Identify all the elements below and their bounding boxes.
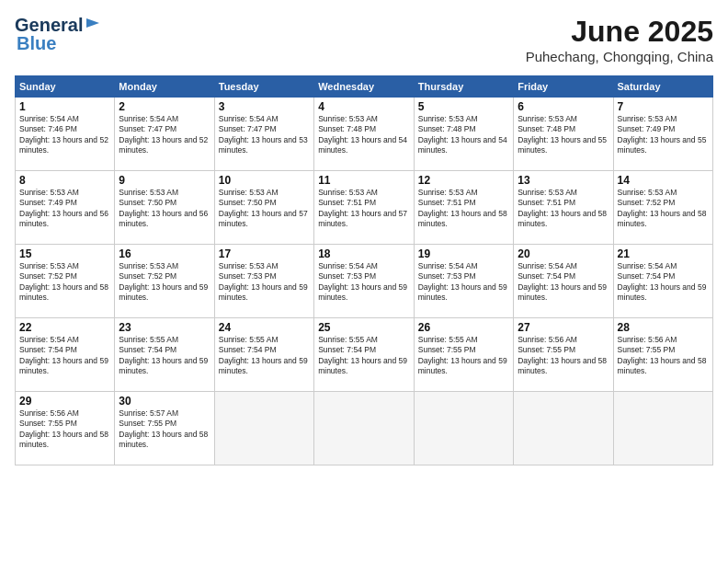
day-info: Sunrise: 5:56 AM Sunset: 7:55 PM Dayligh…	[618, 335, 710, 377]
table-row: 29 Sunrise: 5:56 AM Sunset: 7:55 PM Dayl…	[16, 392, 115, 465]
day-info: Sunrise: 5:54 AM Sunset: 7:47 PM Dayligh…	[219, 114, 310, 156]
day-info: Sunrise: 5:53 AM Sunset: 7:50 PM Dayligh…	[219, 188, 310, 230]
day-number: 14	[618, 174, 710, 187]
day-number: 24	[219, 321, 310, 334]
day-number: 21	[618, 247, 710, 260]
day-info: Sunrise: 5:53 AM Sunset: 7:48 PM Dayligh…	[518, 114, 609, 156]
day-info: Sunrise: 5:54 AM Sunset: 7:47 PM Dayligh…	[119, 114, 210, 156]
day-number: 22	[19, 321, 110, 334]
table-row: 20 Sunrise: 5:54 AM Sunset: 7:54 PM Dayl…	[514, 245, 613, 318]
table-row: 24 Sunrise: 5:55 AM Sunset: 7:54 PM Dayl…	[214, 318, 313, 392]
table-row: 2 Sunrise: 5:54 AM Sunset: 7:47 PM Dayli…	[115, 98, 214, 171]
col-thursday: Thursday	[414, 76, 513, 98]
day-info: Sunrise: 5:54 AM Sunset: 7:53 PM Dayligh…	[318, 261, 410, 304]
day-number: 4	[318, 100, 410, 113]
day-info: Sunrise: 5:53 AM Sunset: 7:53 PM Dayligh…	[219, 261, 310, 304]
calendar-table: Sunday Monday Tuesday Wednesday Thursday…	[15, 75, 713, 465]
day-info: Sunrise: 5:53 AM Sunset: 7:49 PM Dayligh…	[19, 188, 110, 230]
col-wednesday: Wednesday	[314, 76, 415, 98]
page-header: General Blue June 2025 Puhechang, Chongq…	[15, 15, 713, 64]
col-saturday: Saturday	[613, 76, 713, 98]
logo-blue: Blue	[17, 33, 56, 53]
day-number: 30	[119, 395, 210, 408]
day-info: Sunrise: 5:53 AM Sunset: 7:51 PM Dayligh…	[418, 188, 509, 230]
day-info: Sunrise: 5:53 AM Sunset: 7:50 PM Dayligh…	[119, 188, 210, 230]
day-number: 26	[418, 321, 509, 334]
table-row: 15 Sunrise: 5:53 AM Sunset: 7:52 PM Dayl…	[16, 245, 115, 318]
day-info: Sunrise: 5:56 AM Sunset: 7:55 PM Dayligh…	[19, 408, 110, 451]
day-number: 25	[318, 321, 410, 334]
day-info: Sunrise: 5:55 AM Sunset: 7:55 PM Dayligh…	[418, 335, 509, 377]
table-row: 26 Sunrise: 5:55 AM Sunset: 7:55 PM Dayl…	[414, 318, 513, 392]
day-info: Sunrise: 5:53 AM Sunset: 7:52 PM Dayligh…	[119, 261, 210, 304]
calendar-week-1: 1 Sunrise: 5:54 AM Sunset: 7:46 PM Dayli…	[16, 98, 713, 171]
table-row: 21 Sunrise: 5:54 AM Sunset: 7:54 PM Dayl…	[613, 245, 713, 318]
table-row	[514, 392, 613, 465]
table-row: 18 Sunrise: 5:54 AM Sunset: 7:53 PM Dayl…	[314, 245, 415, 318]
location: Puhechang, Chongqing, China	[526, 49, 713, 64]
day-info: Sunrise: 5:53 AM Sunset: 7:52 PM Dayligh…	[618, 188, 710, 230]
calendar-week-4: 22 Sunrise: 5:54 AM Sunset: 7:54 PM Dayl…	[16, 318, 713, 392]
table-row: 25 Sunrise: 5:55 AM Sunset: 7:54 PM Dayl…	[314, 318, 415, 392]
table-row: 10 Sunrise: 5:53 AM Sunset: 7:50 PM Dayl…	[214, 171, 313, 245]
day-info: Sunrise: 5:57 AM Sunset: 7:55 PM Dayligh…	[119, 408, 210, 451]
day-number: 8	[19, 174, 110, 187]
table-row: 3 Sunrise: 5:54 AM Sunset: 7:47 PM Dayli…	[214, 98, 313, 171]
table-row: 28 Sunrise: 5:56 AM Sunset: 7:55 PM Dayl…	[613, 318, 713, 392]
day-number: 20	[518, 247, 609, 260]
svg-marker-0	[86, 18, 99, 28]
day-info: Sunrise: 5:54 AM Sunset: 7:54 PM Dayligh…	[618, 261, 710, 304]
table-row: 8 Sunrise: 5:53 AM Sunset: 7:49 PM Dayli…	[16, 171, 115, 245]
day-number: 1	[19, 100, 110, 113]
table-row: 1 Sunrise: 5:54 AM Sunset: 7:46 PM Dayli…	[16, 98, 115, 171]
day-number: 15	[19, 247, 110, 260]
table-row	[414, 392, 513, 465]
calendar-week-5: 29 Sunrise: 5:56 AM Sunset: 7:55 PM Dayl…	[16, 392, 713, 465]
col-monday: Monday	[115, 76, 214, 98]
table-row: 4 Sunrise: 5:53 AM Sunset: 7:48 PM Dayli…	[314, 98, 415, 171]
table-row	[314, 392, 415, 465]
day-info: Sunrise: 5:53 AM Sunset: 7:51 PM Dayligh…	[518, 188, 609, 230]
day-info: Sunrise: 5:54 AM Sunset: 7:46 PM Dayligh…	[19, 114, 110, 156]
col-tuesday: Tuesday	[214, 76, 313, 98]
calendar-week-2: 8 Sunrise: 5:53 AM Sunset: 7:49 PM Dayli…	[16, 171, 713, 245]
table-row: 9 Sunrise: 5:53 AM Sunset: 7:50 PM Dayli…	[115, 171, 214, 245]
table-row: 16 Sunrise: 5:53 AM Sunset: 7:52 PM Dayl…	[115, 245, 214, 318]
table-row: 13 Sunrise: 5:53 AM Sunset: 7:51 PM Dayl…	[514, 171, 613, 245]
day-number: 6	[518, 100, 609, 113]
table-row: 7 Sunrise: 5:53 AM Sunset: 7:49 PM Dayli…	[613, 98, 713, 171]
day-info: Sunrise: 5:53 AM Sunset: 7:49 PM Dayligh…	[618, 114, 710, 156]
table-row: 12 Sunrise: 5:53 AM Sunset: 7:51 PM Dayl…	[414, 171, 513, 245]
day-number: 28	[618, 321, 710, 334]
day-number: 12	[418, 174, 509, 187]
day-number: 19	[418, 247, 509, 260]
title-area: June 2025 Puhechang, Chongqing, China	[526, 15, 713, 64]
day-number: 13	[518, 174, 609, 187]
day-info: Sunrise: 5:55 AM Sunset: 7:54 PM Dayligh…	[119, 335, 210, 377]
day-number: 3	[219, 100, 310, 113]
day-number: 23	[119, 321, 210, 334]
table-row: 11 Sunrise: 5:53 AM Sunset: 7:51 PM Dayl…	[314, 171, 415, 245]
day-number: 5	[418, 100, 509, 113]
day-number: 11	[318, 174, 410, 187]
table-row: 14 Sunrise: 5:53 AM Sunset: 7:52 PM Dayl…	[613, 171, 713, 245]
table-row	[613, 392, 713, 465]
calendar-week-3: 15 Sunrise: 5:53 AM Sunset: 7:52 PM Dayl…	[16, 245, 713, 318]
col-sunday: Sunday	[16, 76, 115, 98]
month-title: June 2025	[526, 15, 713, 49]
day-number: 16	[119, 247, 210, 260]
table-row: 30 Sunrise: 5:57 AM Sunset: 7:55 PM Dayl…	[115, 392, 214, 465]
day-info: Sunrise: 5:55 AM Sunset: 7:54 PM Dayligh…	[219, 335, 310, 377]
day-number: 2	[119, 100, 210, 113]
day-info: Sunrise: 5:53 AM Sunset: 7:48 PM Dayligh…	[418, 114, 509, 156]
day-number: 10	[219, 174, 310, 187]
day-number: 17	[219, 247, 310, 260]
logo: General Blue	[15, 15, 101, 53]
table-row: 5 Sunrise: 5:53 AM Sunset: 7:48 PM Dayli…	[414, 98, 513, 171]
day-number: 9	[119, 174, 210, 187]
day-info: Sunrise: 5:53 AM Sunset: 7:48 PM Dayligh…	[318, 114, 410, 156]
day-info: Sunrise: 5:56 AM Sunset: 7:55 PM Dayligh…	[518, 335, 609, 377]
table-row	[214, 392, 313, 465]
col-friday: Friday	[514, 76, 613, 98]
day-info: Sunrise: 5:54 AM Sunset: 7:53 PM Dayligh…	[418, 261, 509, 304]
